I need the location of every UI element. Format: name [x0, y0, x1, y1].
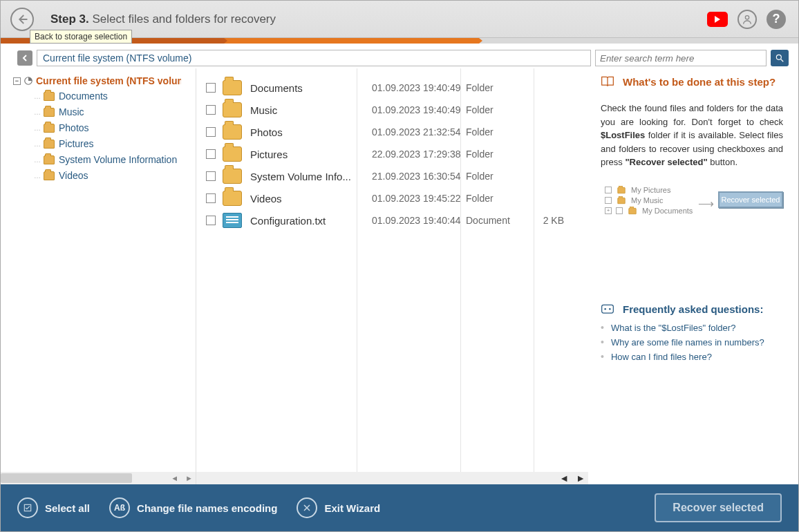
- book-icon: [601, 75, 614, 88]
- folder-icon: [44, 140, 55, 149]
- tree-hscroll[interactable]: ◄ ►: [1, 472, 196, 484]
- encoding-icon: Aß: [109, 497, 130, 518]
- folder-icon: [44, 155, 55, 164]
- file-type: Folder: [466, 126, 535, 137]
- select-all-icon: [23, 503, 32, 513]
- search-icon: [775, 53, 784, 63]
- folder-icon: [223, 124, 242, 140]
- expander-icon[interactable]: −: [13, 77, 21, 85]
- tree-item-label: Videos: [59, 170, 88, 181]
- tree-item[interactable]: …Photos: [34, 122, 193, 133]
- chevron-left-icon: [21, 55, 28, 61]
- breadcrumb-row: Current file system (NTFS volume): [1, 44, 798, 68]
- arrow-right-icon: ⟶: [698, 197, 714, 210]
- folder-icon: [223, 146, 242, 162]
- breadcrumb-path[interactable]: Current file system (NTFS volume): [37, 50, 591, 66]
- row-checkbox[interactable]: [206, 216, 216, 225]
- scroll-right-icon[interactable]: ►: [576, 473, 585, 484]
- file-date: 21.09.2023 16:30:54: [372, 171, 466, 182]
- account-button[interactable]: [737, 10, 757, 29]
- header-title: Step 3. Select files and folders for rec…: [50, 12, 276, 26]
- app-header: Back to storage selection Step 3. Select…: [1, 1, 798, 38]
- breadcrumb-back-button[interactable]: [17, 50, 32, 66]
- row-checkbox[interactable]: [206, 127, 216, 137]
- svg-point-1: [776, 55, 781, 59]
- tree-item-label: System Volume Information: [59, 154, 177, 165]
- tree-item[interactable]: …System Volume Information: [34, 154, 193, 165]
- row-checkbox[interactable]: [206, 149, 216, 159]
- file-row[interactable]: Music01.09.2023 19:40:49Folder: [196, 99, 588, 121]
- folder-icon: [223, 102, 242, 117]
- help-button[interactable]: ?: [767, 10, 786, 29]
- step-label: Step 3.: [50, 12, 89, 26]
- file-type: Document: [466, 215, 535, 226]
- folder-icon: [223, 169, 242, 184]
- file-type: Folder: [466, 82, 535, 93]
- scroll-left-icon[interactable]: ◄: [559, 473, 569, 484]
- file-list-pane: Documents01.09.2023 19:40:49FolderMusic0…: [196, 68, 588, 484]
- file-name: Pictures: [250, 149, 372, 160]
- file-date: 01.09.2023 19:40:44: [372, 215, 466, 226]
- file-row[interactable]: Documents01.09.2023 19:40:49Folder: [196, 77, 588, 99]
- scroll-right-icon[interactable]: ►: [185, 474, 193, 482]
- tree-item[interactable]: …Pictures: [34, 138, 193, 149]
- encoding-button[interactable]: Aß Change file names encoding: [109, 497, 277, 518]
- file-row[interactable]: Configuration.txt01.09.2023 19:40:44Docu…: [196, 209, 588, 231]
- list-hscroll[interactable]: ◄ ►: [196, 472, 588, 484]
- info-heading: What's to be done at this step?: [601, 75, 783, 88]
- file-date: 01.09.2023 19:40:49: [372, 104, 466, 115]
- file-date: 01.09.2023 21:32:54: [372, 126, 466, 137]
- recover-selected-button[interactable]: Recover selected: [655, 493, 782, 522]
- info-pane: What's to be done at this step? Check th…: [588, 68, 798, 484]
- file-row[interactable]: Pictures22.09.2023 17:29:38Folder: [196, 143, 588, 165]
- tree-item[interactable]: …Music: [34, 106, 193, 117]
- scroll-left-icon[interactable]: ◄: [171, 474, 178, 482]
- file-icon: [223, 213, 242, 228]
- folder-icon: [44, 92, 55, 101]
- file-type: Folder: [466, 104, 535, 115]
- faq-item[interactable]: Why are some file names in numbers?: [601, 337, 783, 348]
- svg-rect-3: [602, 305, 614, 313]
- tree-item-label: Pictures: [59, 138, 94, 149]
- close-icon: [303, 504, 311, 512]
- tree-item[interactable]: …Videos: [34, 170, 193, 181]
- user-icon: [742, 14, 753, 25]
- bottom-bar: Select all Aß Change file names encoding…: [1, 484, 798, 531]
- row-checkbox[interactable]: [206, 193, 216, 203]
- row-checkbox[interactable]: [206, 83, 216, 93]
- file-row[interactable]: System Volume Info...21.09.2023 16:30:54…: [196, 165, 588, 187]
- row-checkbox[interactable]: [206, 105, 216, 115]
- folder-icon: [223, 80, 242, 95]
- folder-icon: [223, 191, 242, 206]
- exit-wizard-button[interactable]: Exit Wizard: [297, 497, 380, 518]
- search-input[interactable]: [595, 50, 767, 66]
- file-row[interactable]: Videos01.09.2023 19:45:22Folder: [196, 187, 588, 209]
- tree-item[interactable]: …Documents: [34, 91, 193, 102]
- tree-root[interactable]: − Current file system (NTFS volume): [13, 75, 193, 86]
- folder-icon: [44, 171, 55, 180]
- svg-point-4: [604, 307, 606, 310]
- file-name: Videos: [250, 193, 372, 205]
- search-button[interactable]: [771, 50, 789, 66]
- select-all-button[interactable]: Select all: [17, 497, 90, 518]
- row-checkbox[interactable]: [206, 171, 216, 181]
- faq-item[interactable]: What is the "$LostFiles" folder?: [601, 323, 783, 333]
- file-date: 01.09.2023 19:45:22: [372, 193, 466, 204]
- file-type: Folder: [466, 171, 535, 182]
- file-name: System Volume Info...: [250, 171, 372, 182]
- file-date: 01.09.2023 19:40:49: [372, 82, 466, 93]
- youtube-icon[interactable]: [707, 12, 728, 27]
- step-title: Select files and folders for recovery: [92, 12, 276, 26]
- file-name: Documents: [250, 82, 372, 94]
- file-name: Photos: [250, 126, 372, 138]
- main-area: − Current file system (NTFS volume) …Doc…: [1, 68, 798, 484]
- faq-item[interactable]: How can I find files here?: [601, 352, 783, 362]
- arrow-left-icon: [16, 13, 28, 26]
- back-button[interactable]: [10, 8, 34, 31]
- faq-icon: [601, 303, 614, 316]
- folder-icon: [44, 124, 55, 133]
- file-row[interactable]: Photos01.09.2023 21:32:54Folder: [196, 121, 588, 143]
- tree-item-label: Photos: [59, 122, 89, 133]
- folder-icon: [44, 108, 55, 117]
- tree-item-label: Documents: [59, 91, 108, 102]
